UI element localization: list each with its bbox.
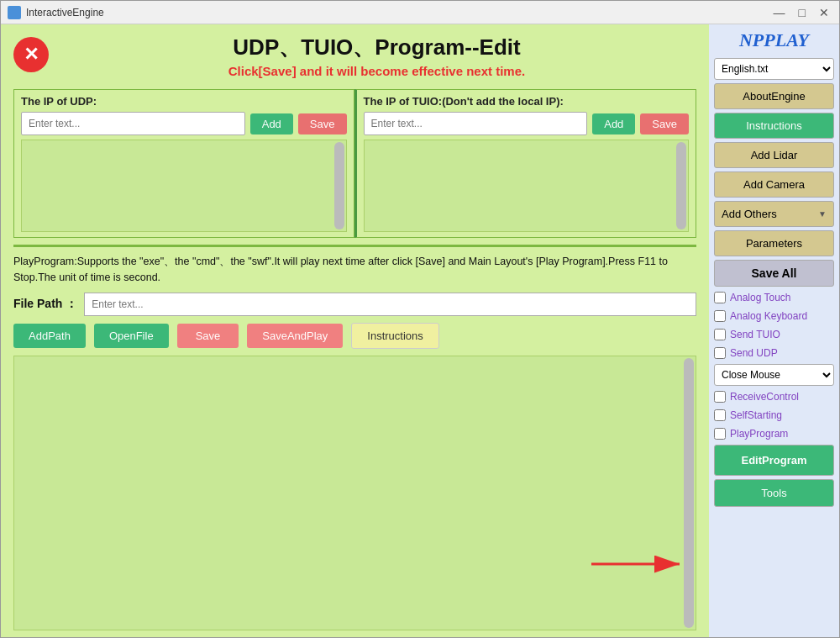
app-icon bbox=[8, 6, 21, 19]
udp-input[interactable] bbox=[21, 112, 245, 135]
npplay-logo: NPPLAY bbox=[714, 29, 834, 51]
program-description: PlayProgram:Supports the "exe"、the "cmd"… bbox=[13, 254, 696, 286]
tuio-scrollbar[interactable] bbox=[676, 142, 686, 229]
main-container: ✕ UDP、TUIO、Program--Edit Click[Save] and… bbox=[1, 24, 839, 638]
analog-touch-row: Analog Touch bbox=[714, 290, 834, 305]
analog-touch-label: Analog Touch bbox=[730, 292, 791, 303]
send-udp-label: Send UDP bbox=[730, 347, 778, 359]
page-title-block: UDP、TUIO、Program--Edit Click[Save] and i… bbox=[57, 33, 696, 78]
send-tuio-row: Send TUIO bbox=[714, 327, 834, 342]
divider bbox=[13, 245, 696, 247]
add-others-chevron: ▼ bbox=[818, 209, 827, 219]
filepath-input[interactable] bbox=[84, 293, 696, 316]
close-btn-title[interactable]: ✕ bbox=[816, 6, 832, 19]
udp-label: The IP of UDP: bbox=[21, 95, 347, 108]
program-btn-row: AddPath OpenFile Save SaveAndPlay Instru… bbox=[13, 323, 696, 349]
self-starting-row: SelfStarting bbox=[714, 408, 834, 423]
save-all-button[interactable]: Save All bbox=[714, 260, 834, 287]
play-program-checkbox[interactable] bbox=[714, 428, 726, 440]
instructions-button[interactable]: Instructions bbox=[351, 323, 438, 349]
receive-control-checkbox[interactable] bbox=[714, 391, 726, 403]
window-controls: — □ ✕ bbox=[770, 6, 832, 19]
analog-keyboard-checkbox[interactable] bbox=[714, 310, 726, 322]
tuio-list-box bbox=[364, 140, 690, 232]
play-program-label: PlayProgram bbox=[730, 428, 788, 440]
filepath-row: File Path ： bbox=[13, 293, 696, 316]
save-program-button[interactable]: Save bbox=[177, 324, 239, 348]
udp-scrollbar[interactable] bbox=[334, 142, 344, 229]
addpath-button[interactable]: AddPath bbox=[13, 324, 86, 348]
play-program-row: PlayProgram bbox=[714, 426, 834, 441]
udp-list-box bbox=[21, 140, 347, 232]
add-others-label: Add Others bbox=[722, 208, 777, 220]
tuio-label: The IP of TUIO:(Don't add the local IP): bbox=[364, 95, 690, 108]
openfile-button[interactable]: OpenFile bbox=[94, 324, 169, 348]
page-subtitle: Click[Save] and it will become effective… bbox=[57, 64, 696, 78]
tuio-section: The IP of TUIO:(Don't add the local IP):… bbox=[354, 89, 697, 238]
udp-input-row: Add Save bbox=[21, 112, 347, 135]
analog-keyboard-label: Analog Keyboard bbox=[730, 310, 807, 322]
right-panel: NPPLAY English.txt AboutEngine Instructi… bbox=[709, 24, 839, 638]
program-scrollbar[interactable] bbox=[684, 358, 694, 629]
self-starting-checkbox[interactable] bbox=[714, 409, 726, 421]
udp-add-button[interactable]: Add bbox=[250, 113, 293, 134]
mouse-mode-select[interactable]: Close Mouse bbox=[714, 364, 834, 386]
self-starting-label: SelfStarting bbox=[730, 409, 782, 421]
close-button[interactable]: ✕ bbox=[13, 37, 49, 72]
analog-keyboard-row: Analog Keyboard bbox=[714, 308, 834, 324]
receive-control-row: ReceiveControl bbox=[714, 389, 834, 404]
tuio-save-button[interactable]: Save bbox=[640, 113, 689, 134]
instructions-right-button[interactable]: Instructions bbox=[714, 113, 834, 139]
page-title: UDP、TUIO、Program--Edit bbox=[57, 33, 696, 62]
app-title: InteractiveEngine bbox=[26, 7, 770, 18]
receive-control-label: ReceiveControl bbox=[730, 391, 799, 403]
add-lidar-button[interactable]: Add Lidar bbox=[714, 142, 834, 168]
title-bar: InteractiveEngine — □ ✕ bbox=[1, 1, 839, 24]
send-udp-row: Send UDP bbox=[714, 345, 834, 361]
minimize-btn[interactable]: — bbox=[770, 6, 789, 19]
send-tuio-label: Send TUIO bbox=[730, 329, 780, 340]
filepath-label: File Path ： bbox=[13, 297, 77, 312]
analog-touch-checkbox[interactable] bbox=[714, 292, 726, 303]
edit-program-button[interactable]: EditProgram bbox=[714, 445, 834, 476]
about-engine-button[interactable]: AboutEngine bbox=[714, 83, 834, 109]
header-row: ✕ UDP、TUIO、Program--Edit Click[Save] and… bbox=[13, 33, 696, 78]
saveandplay-button[interactable]: SaveAndPlay bbox=[247, 324, 343, 348]
tools-button[interactable]: Tools bbox=[714, 479, 834, 507]
tuio-add-button[interactable]: Add bbox=[592, 113, 635, 134]
add-camera-button[interactable]: Add Camera bbox=[714, 171, 834, 198]
language-select[interactable]: English.txt bbox=[714, 58, 834, 80]
send-udp-checkbox[interactable] bbox=[714, 347, 726, 359]
send-tuio-checkbox[interactable] bbox=[714, 329, 726, 340]
add-others-button[interactable]: Add Others ▼ bbox=[714, 201, 834, 227]
program-list-box bbox=[13, 356, 696, 631]
left-panel: ✕ UDP、TUIO、Program--Edit Click[Save] and… bbox=[1, 24, 709, 638]
udp-save-button[interactable]: Save bbox=[298, 113, 347, 134]
tuio-input[interactable] bbox=[364, 112, 588, 135]
ip-row: The IP of UDP: Add Save The IP of TUIO:(… bbox=[13, 89, 696, 238]
udp-section: The IP of UDP: Add Save bbox=[13, 89, 354, 238]
tuio-input-row: Add Save bbox=[364, 112, 690, 135]
maximize-btn[interactable]: □ bbox=[795, 6, 809, 19]
parameters-button[interactable]: Parameters bbox=[714, 230, 834, 256]
